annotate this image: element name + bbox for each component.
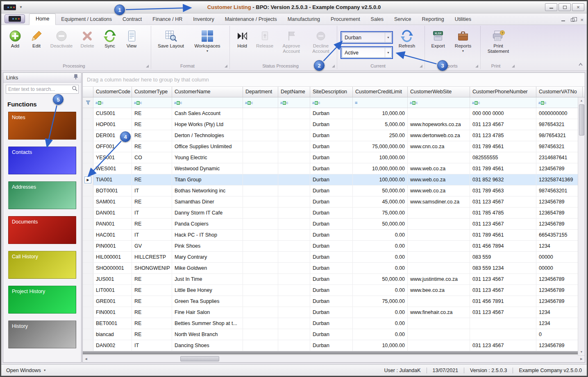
cell-customername[interactable]: Green Tea Supplies <box>172 296 243 307</box>
cell-customervatno[interactable]: 2314687641 <box>536 152 578 163</box>
cell-customertype[interactable]: RE <box>132 274 172 284</box>
cell-customerphonenumber[interactable]: 082555555 <box>470 152 536 163</box>
cell-deptname[interactable] <box>278 274 310 284</box>
cell-customerwebsite[interactable]: www.finehair.co.za <box>408 307 470 318</box>
table-row-der001[interactable]: DER001REDerton / TechnologiesDurban250.0… <box>83 130 578 141</box>
cell-customerwebsite[interactable] <box>408 329 470 340</box>
table-row-cus001[interactable]: CUS001RECash Sales AccountDurban10,000.0… <box>83 108 578 119</box>
quick-access-caret-icon[interactable]: ▼ <box>19 5 23 9</box>
cell-department[interactable] <box>243 340 278 351</box>
cell-sitedescription[interactable]: Durban <box>310 119 353 130</box>
cell-customertype[interactable]: HILLCRESTP <box>132 252 172 262</box>
cell-deptname[interactable] <box>278 141 310 152</box>
maximize-button[interactable] <box>558 3 571 11</box>
cell-deptname[interactable] <box>278 340 310 351</box>
cell-deptname[interactable] <box>278 329 310 340</box>
format-dialog-launcher-icon[interactable] <box>225 65 227 68</box>
cell-customercode[interactable]: HOP001 <box>93 119 132 130</box>
cell-customervatno[interactable]: 123456789 <box>536 296 578 307</box>
cell-department[interactable] <box>243 318 278 329</box>
cell-customertype[interactable]: IT <box>132 230 172 240</box>
cell-deptname[interactable] <box>278 208 310 218</box>
cell-department[interactable] <box>243 185 278 196</box>
cell-customertype[interactable]: IT <box>132 340 172 351</box>
cell-customercode[interactable]: TIA001 <box>93 174 132 185</box>
cell-sitedescription[interactable]: Durban <box>310 296 353 307</box>
cell-department[interactable] <box>243 196 278 207</box>
filter-cell-department[interactable]: aBc <box>243 97 278 108</box>
cell-customerphonenumber[interactable]: 031 456 7891 <box>470 296 536 307</box>
function-button-documents[interactable]: Documents <box>8 216 76 244</box>
cell-customerwebsite[interactable] <box>408 219 470 229</box>
scroll-down-icon[interactable]: ▼ <box>580 349 583 355</box>
tab-utilities[interactable]: Utilities <box>450 14 477 25</box>
cell-customercreditlimit[interactable]: 0.00 <box>353 318 408 329</box>
cell-customerphonenumber[interactable]: 031 456 7894 <box>470 241 536 251</box>
processing-dialog-launcher-icon[interactable] <box>146 65 149 68</box>
table-row-bet0001[interactable]: BET0001REBetties Summer Shop at t...Durb… <box>83 318 578 329</box>
table-row-hop001[interactable]: HOP001REHope Works (Pty) LtdDurban5,000.… <box>83 119 578 130</box>
cell-customerwebsite[interactable] <box>408 230 470 240</box>
cell-sitedescription[interactable]: Durban <box>310 174 353 185</box>
cell-customerwebsite[interactable]: www.web.co.za <box>408 163 470 174</box>
cell-customercode[interactable]: SAM001 <box>93 196 132 207</box>
cell-customerwebsite[interactable] <box>408 318 470 329</box>
cell-customerphonenumber[interactable] <box>470 329 536 340</box>
cell-customertype[interactable]: RE <box>132 141 172 152</box>
cell-customercreditlimit[interactable]: 75,000.00 <box>353 208 408 218</box>
cell-customerwebsite[interactable]: www.bee.co.za <box>408 285 470 296</box>
table-row-bot0001[interactable]: BOT0001ITBothas Networking incDurban50,0… <box>83 185 578 196</box>
cell-department[interactable] <box>243 307 278 318</box>
filter-cell-customerphonenumber[interactable]: aBc <box>470 97 536 108</box>
cell-sitedescription[interactable]: Durban <box>310 152 353 163</box>
cell-deptname[interactable] <box>278 163 310 174</box>
cell-department[interactable] <box>243 108 278 119</box>
cell-department[interactable] <box>243 163 278 174</box>
scroll-right-icon[interactable]: ▶ <box>578 357 585 361</box>
cell-customertype[interactable]: RE <box>132 130 172 141</box>
cell-department[interactable] <box>243 285 278 296</box>
column-header-customername[interactable]: CustomerName <box>172 87 243 97</box>
cell-customerphonenumber[interactable]: 031 789 4561 <box>470 163 536 174</box>
mdi-close-icon[interactable]: × <box>580 18 583 22</box>
tab-sales[interactable]: Sales <box>366 14 389 25</box>
table-row-sam001[interactable]: SAM001RESamanthas DinerDurban45,000.00ww… <box>83 196 578 208</box>
table-row-tia001[interactable]: ▶TIA001RETitan GroupDurban100,000.00www.… <box>83 174 578 185</box>
open-windows-button[interactable]: Open Windows ▼ <box>6 368 46 373</box>
cell-customervatno[interactable]: 1234 <box>536 318 578 329</box>
cell-sitedescription[interactable]: Durban <box>310 285 353 296</box>
cell-customername[interactable]: Westwood Dynamic <box>172 163 243 174</box>
search-input[interactable] <box>8 86 72 92</box>
filter-cell-customercreditlimit[interactable]: = <box>353 97 408 108</box>
cell-customername[interactable]: North West Branch <box>172 329 243 340</box>
cell-customercreditlimit[interactable]: 50,000.00 <box>353 274 408 284</box>
tab-contract[interactable]: Contract <box>117 14 147 25</box>
cell-customercreditlimit[interactable]: 10,000.00 <box>353 340 408 351</box>
tab-manufacturing[interactable]: Manufacturing <box>282 14 325 25</box>
cell-customercode[interactable]: BOT0001 <box>93 185 132 196</box>
cell-sitedescription[interactable]: Durban <box>310 196 353 207</box>
cell-customercreditlimit[interactable]: 0.00 <box>353 307 408 318</box>
cell-customertype[interactable]: IT <box>132 208 172 218</box>
close-button[interactable]: × <box>572 3 584 11</box>
cell-customertype[interactable]: RE <box>132 174 172 185</box>
cell-customercode[interactable]: SHO000001 <box>93 263 132 273</box>
cell-customerphonenumber[interactable]: 031 123 4567 <box>470 307 536 318</box>
cell-customervatno[interactable]: 123456789 <box>536 219 578 229</box>
function-button-addresses[interactable]: Addresses <box>8 181 76 209</box>
cell-customervatno[interactable]: 0 <box>536 329 578 340</box>
export-button[interactable]: XLSX Export <box>427 27 450 49</box>
tab-finance-hr[interactable]: Finance / HR <box>147 14 188 25</box>
filter-cell-customertype[interactable]: aBc <box>132 97 172 108</box>
cell-customercode[interactable]: OFF001 <box>93 141 132 152</box>
cell-customerwebsite[interactable] <box>408 108 470 119</box>
cell-customercreditlimit[interactable]: 75,000.00 <box>353 296 408 307</box>
column-header-deptname[interactable]: DeptName <box>278 87 310 97</box>
cell-customerphonenumber[interactable]: 083 559 <box>470 252 536 262</box>
cell-customercode[interactable]: YES001 <box>93 152 132 163</box>
cell-sitedescription[interactable]: Durban <box>310 219 353 229</box>
horizontal-scrollbar[interactable]: ◀ ▶ <box>83 355 585 362</box>
cell-customername[interactable]: Dancing Shoes <box>172 340 243 351</box>
table-row-pin0001[interactable]: PIN0001GVPink ShoesDurban0.00031 456 789… <box>83 241 578 252</box>
cell-customername[interactable]: Little Bee Honey <box>172 285 243 296</box>
